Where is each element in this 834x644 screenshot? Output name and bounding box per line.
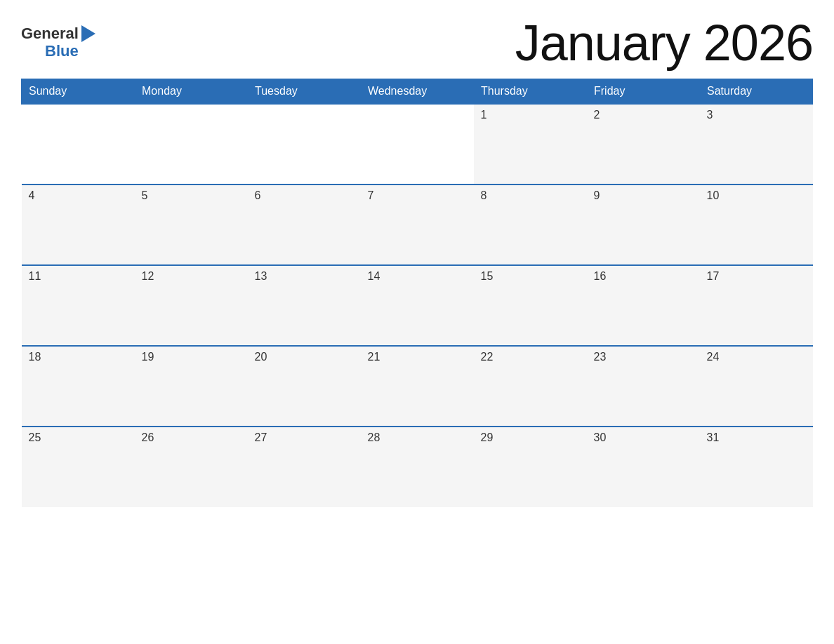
day-number: 14 <box>368 270 467 283</box>
day-number: 8 <box>481 189 580 202</box>
day-number: 12 <box>142 270 241 283</box>
calendar-cell: 12 <box>135 265 248 346</box>
calendar-cell: 25 <box>22 427 135 507</box>
day-number: 10 <box>707 189 806 202</box>
calendar-cell: 9 <box>587 185 700 265</box>
calendar-cell <box>361 104 474 185</box>
logo-general-text: General <box>21 26 79 41</box>
day-number: 26 <box>142 431 241 444</box>
day-number: 13 <box>255 270 354 283</box>
day-number: 24 <box>707 351 806 363</box>
day-number: 23 <box>594 351 693 363</box>
calendar-week-5: 25262728293031 <box>22 427 813 507</box>
calendar-cell: 18 <box>22 346 135 427</box>
weekday-header-saturday: Saturday <box>700 79 813 105</box>
weekday-header-friday: Friday <box>587 79 700 105</box>
calendar-cell <box>22 104 135 185</box>
calendar-cell: 8 <box>474 185 587 265</box>
calendar-cell: 20 <box>248 346 361 427</box>
day-number: 7 <box>368 189 467 202</box>
weekday-header-sunday: Sunday <box>22 79 135 105</box>
day-number: 30 <box>594 431 693 444</box>
calendar-table: SundayMondayTuesdayWednesdayThursdayFrid… <box>21 79 813 507</box>
page-header: General Blue January 2026 <box>21 14 813 72</box>
weekday-header-tuesday: Tuesday <box>248 79 361 105</box>
day-number: 22 <box>481 351 580 363</box>
day-number: 6 <box>255 189 354 202</box>
day-number: 18 <box>29 351 128 363</box>
calendar-cell <box>135 104 248 185</box>
day-number: 11 <box>29 270 128 283</box>
weekday-header-row: SundayMondayTuesdayWednesdayThursdayFrid… <box>22 79 813 105</box>
weekday-header-monday: Monday <box>135 79 248 105</box>
calendar-cell: 10 <box>700 185 813 265</box>
day-number: 5 <box>142 189 241 202</box>
calendar-cell: 28 <box>361 427 474 507</box>
calendar-cell: 22 <box>474 346 587 427</box>
calendar-cell: 17 <box>700 265 813 346</box>
calendar-cell: 23 <box>587 346 700 427</box>
calendar-cell: 13 <box>248 265 361 346</box>
logo: General Blue <box>21 25 95 60</box>
calendar-cell: 21 <box>361 346 474 427</box>
calendar-cell: 27 <box>248 427 361 507</box>
calendar-cell: 31 <box>700 427 813 507</box>
logo-triangle-icon <box>81 25 95 42</box>
day-number: 2 <box>594 109 693 121</box>
day-number: 31 <box>707 431 806 444</box>
month-title: January 2026 <box>515 14 813 72</box>
day-number: 21 <box>368 351 467 363</box>
day-number: 25 <box>29 431 128 444</box>
day-number: 19 <box>142 351 241 363</box>
weekday-header-wednesday: Wednesday <box>361 79 474 105</box>
calendar-cell: 26 <box>135 427 248 507</box>
day-number: 27 <box>255 431 354 444</box>
calendar-cell: 29 <box>474 427 587 507</box>
day-number: 15 <box>481 270 580 283</box>
day-number: 4 <box>29 189 128 202</box>
calendar-week-1: 123 <box>22 104 813 185</box>
weekday-header-thursday: Thursday <box>474 79 587 105</box>
calendar-cell: 14 <box>361 265 474 346</box>
calendar-cell: 16 <box>587 265 700 346</box>
calendar-cell: 19 <box>135 346 248 427</box>
calendar-cell: 11 <box>22 265 135 346</box>
logo-blue-text: Blue <box>45 42 79 60</box>
calendar-cell: 4 <box>22 185 135 265</box>
calendar-cell: 5 <box>135 185 248 265</box>
day-number: 20 <box>255 351 354 363</box>
calendar-cell: 2 <box>587 104 700 185</box>
calendar-week-3: 11121314151617 <box>22 265 813 346</box>
calendar-cell: 24 <box>700 346 813 427</box>
calendar-cell: 15 <box>474 265 587 346</box>
day-number: 3 <box>707 109 806 121</box>
calendar-week-2: 45678910 <box>22 185 813 265</box>
day-number: 9 <box>594 189 693 202</box>
calendar-cell: 30 <box>587 427 700 507</box>
calendar-week-4: 18192021222324 <box>22 346 813 427</box>
calendar-cell <box>248 104 361 185</box>
calendar-cell: 1 <box>474 104 587 185</box>
day-number: 17 <box>707 270 806 283</box>
calendar-cell: 3 <box>700 104 813 185</box>
day-number: 16 <box>594 270 693 283</box>
calendar-cell: 6 <box>248 185 361 265</box>
day-number: 28 <box>368 431 467 444</box>
day-number: 29 <box>481 431 580 444</box>
day-number: 1 <box>481 109 580 121</box>
calendar-cell: 7 <box>361 185 474 265</box>
